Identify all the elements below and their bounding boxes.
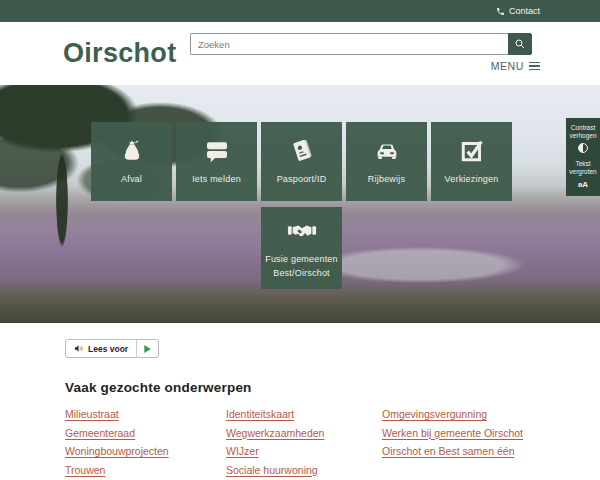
topics-heading: Vaak gezochte onderwerpen xyxy=(65,380,540,395)
text-enlarge-label: Tekst vergroten xyxy=(568,160,598,176)
header: Oirschot MENU xyxy=(0,22,600,85)
tile-label: Iets melden xyxy=(192,173,241,187)
tile-label: Rijbewijs xyxy=(368,173,405,187)
topic-link-sociale-huurwoning[interactable]: Sociale huurwoning xyxy=(226,463,382,480)
trash-bag-icon xyxy=(117,136,147,166)
contrast-label: Contrast verhogen xyxy=(568,124,598,140)
topic-link-wegwerkzaamheden[interactable]: Wegwerkzaamheden xyxy=(226,426,382,445)
tile-paspoort-id[interactable]: Paspoort/ID xyxy=(261,122,342,201)
tile-rijbewijs[interactable]: Rijbewijs xyxy=(346,122,427,201)
car-icon xyxy=(372,136,402,166)
search-form xyxy=(190,33,532,55)
contact-label: Contact xyxy=(509,6,540,16)
topbar: Contact xyxy=(0,0,600,22)
topic-link-trouwen[interactable]: Trouwen xyxy=(65,463,226,480)
tile-label: Afval xyxy=(121,173,142,187)
topic-link-omgevingsvergunning[interactable]: Omgevingsvergunning xyxy=(382,407,540,426)
readspeaker-button[interactable]: Lees voor xyxy=(65,339,159,358)
play-icon xyxy=(137,345,158,353)
site-logo[interactable]: Oirschot xyxy=(63,38,176,69)
search-input[interactable] xyxy=(190,33,508,55)
tile-verkiezingen[interactable]: Verkiezingen xyxy=(431,122,512,201)
topics-column-3: Omgevingsvergunning Werken bij gemeente … xyxy=(382,407,540,480)
tile-label: Best/Oirschot xyxy=(273,267,330,281)
topic-link-werken-bij-gemeente[interactable]: Werken bij gemeente Oirschot xyxy=(382,426,540,445)
menu-label: MENU xyxy=(491,60,524,72)
tile-label: Verkiezingen xyxy=(445,173,499,187)
contrast-icon xyxy=(578,143,588,153)
search-icon xyxy=(514,38,526,50)
tile-iets-melden[interactable]: Iets melden xyxy=(176,122,257,201)
menu-button[interactable]: MENU xyxy=(491,60,540,72)
speech-bubbles-icon xyxy=(202,136,232,166)
text-size-icon: aA xyxy=(578,180,588,189)
topic-link-oirschot-best-samen[interactable]: Oirschot en Best samen één xyxy=(382,444,540,463)
topics-grid: Milieustraat Gemeenteraad Woningbouwproj… xyxy=(65,407,540,480)
topics-column-1: Milieustraat Gemeenteraad Woningbouwproj… xyxy=(65,407,226,480)
contact-link[interactable]: Contact xyxy=(496,6,540,16)
speaker-icon xyxy=(74,341,84,356)
tile-fusie-gemeenten[interactable]: Fusie gemeenten Best/Oirschot xyxy=(261,207,342,289)
hero-banner: Afval Iets melden Paspoort/ID xyxy=(0,85,600,323)
topics-column-2: Identiteitskaart Wegwerkzaamheden WIJzer… xyxy=(226,407,382,480)
tile-afval[interactable]: Afval xyxy=(91,122,172,201)
handshake-icon xyxy=(287,216,317,246)
hamburger-icon xyxy=(529,62,540,71)
ballot-check-icon xyxy=(457,136,487,166)
tile-label: Paspoort/ID xyxy=(277,173,327,187)
readspeaker-label: Lees voor xyxy=(88,344,128,354)
topic-link-gemeenteraad[interactable]: Gemeenteraad xyxy=(65,426,226,445)
tile-label: Fusie gemeenten xyxy=(265,253,338,267)
topic-link-woningbouwprojecten[interactable]: Woningbouwprojecten xyxy=(65,444,226,463)
topic-link-milieustraat[interactable]: Milieustraat xyxy=(65,407,226,426)
accessibility-panel: Contrast verhogen Tekst vergroten aA xyxy=(566,118,600,196)
search-button[interactable] xyxy=(508,33,532,55)
phone-icon xyxy=(496,7,505,16)
topic-link-wijzer[interactable]: WIJzer xyxy=(226,444,382,463)
text-enlarge-button[interactable]: Tekst vergroten aA xyxy=(568,160,598,188)
passport-icon xyxy=(287,136,317,166)
contrast-button[interactable]: Contrast verhogen xyxy=(568,124,598,153)
topic-link-identiteitskaart[interactable]: Identiteitskaart xyxy=(226,407,382,426)
